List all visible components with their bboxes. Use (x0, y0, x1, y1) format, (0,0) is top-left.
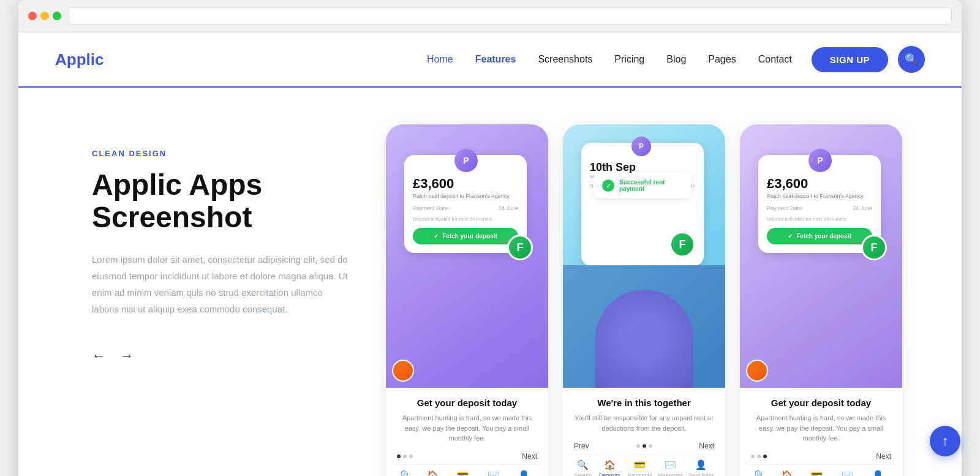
phone-nav-row-2: Prev Next (571, 442, 717, 450)
maximize-dot[interactable] (53, 12, 61, 20)
phone-card-1: P £3,600 Patch paid deposit to Franson's… (386, 124, 548, 476)
tab-label-deposits-2: Deposits (599, 472, 620, 476)
payment-card-1: P £3,600 Patch paid deposit to Franson's… (404, 155, 527, 253)
app-icon-1: P (454, 149, 478, 172)
dot-2-active (643, 444, 646, 448)
phone-screen-1: P £3,600 Patch paid deposit to Franson's… (386, 124, 548, 388)
dot-3-2 (757, 455, 761, 458)
address-bar[interactable] (69, 7, 952, 25)
prev-arrow-button[interactable]: ← (92, 348, 105, 364)
rentpass-tab-icon-2: 👤 (695, 459, 707, 470)
tab-messages-2[interactable]: ✉️ Messages (658, 459, 683, 476)
payment-amount-3: £3,600 (767, 176, 872, 192)
messages-tab-icon-3: ✉️ (842, 470, 853, 477)
next-link-3[interactable]: Next (876, 452, 891, 461)
search-tab-icon-2: 🔍 (577, 459, 589, 470)
tab-payments-2[interactable]: 💳 Payments (627, 459, 652, 476)
nav-screenshots[interactable]: Screenshots (538, 54, 592, 64)
search-button[interactable]: 🔍 (898, 46, 925, 73)
phone-card-3: P £3,600 Patch paid deposit to Franson's… (740, 124, 902, 476)
next-link-1[interactable]: Next (522, 452, 537, 461)
navbar: Applic Home Features Screenshots Pricing… (18, 32, 962, 88)
tab-search-2[interactable]: 🔍 Search (575, 459, 592, 476)
dot-3-active (763, 455, 767, 458)
tab-deposits-2[interactable]: 🏠 Deposits (597, 459, 622, 476)
fetch-deposit-btn-3[interactable]: ✓ Fetch your deposit (767, 228, 872, 244)
nav-home[interactable]: Home (427, 54, 453, 64)
phone-nav-row-3: Next (748, 452, 894, 461)
payment-sub-1: Patch paid deposit to Franson's Agency (413, 193, 518, 199)
phone-desc-2: You'll still be responsible for any unpa… (571, 413, 717, 433)
phone-tab-bar-1: 🔍 Search 🏠 Deposits 💳 Payments (394, 464, 540, 477)
search-tab-icon-3: 🔍 (754, 470, 766, 477)
payments-tab-icon-1: 💳 (457, 470, 469, 477)
nav-features[interactable]: Features (475, 54, 516, 64)
text-section: CLEAN DESIGN Applic Apps Screenshot Lore… (92, 124, 349, 364)
tab-rentpass-3[interactable]: 👤 Rent Pass (865, 470, 891, 477)
tab-messages-3[interactable]: ✉️ Messages (835, 470, 860, 477)
phone-screen-2: P 10th Sep Monthly rent to be paid to Fr… (563, 124, 725, 388)
minimize-dot[interactable] (40, 12, 49, 20)
rentpass-tab-icon-1: 👤 (518, 470, 530, 477)
date-large-2: 10th Sep (590, 161, 695, 174)
deposit-text-1: Deposit activated for next 24 months (413, 216, 518, 222)
deposits-tab-icon-3: 🏠 (781, 470, 793, 477)
section-label: CLEAN DESIGN (92, 149, 349, 158)
payment-sub-3: Patch paid deposit to Franson's Agency (767, 193, 872, 199)
phone-tab-bar-2: 🔍 Search 🏠 Deposits 💳 Payments (571, 454, 717, 476)
dot-1-2 (403, 455, 407, 458)
app-icon-3: P (809, 149, 832, 172)
next-arrow-button[interactable]: → (120, 348, 134, 364)
browser-window: Applic Home Features Screenshots Pricing… (18, 0, 962, 476)
payment-row-1: Payment Date 24 June (413, 205, 518, 211)
deposits-tab-icon-1: 🏠 (427, 470, 439, 477)
tab-label-payments-2: Payments (627, 472, 652, 476)
dot-2-3 (649, 444, 652, 448)
phone-title-2: We're in this together (571, 398, 717, 408)
nav-pages[interactable]: Pages (708, 54, 736, 64)
phone-bottom-3: Get your deposit today Apartment hunting… (740, 388, 902, 476)
nav-links: Home Features Screenshots Pricing Blog P… (427, 54, 792, 65)
payment-row-3: Payment Date 24 June (767, 205, 872, 211)
close-dot[interactable] (28, 12, 37, 20)
next-link-2[interactable]: Next (699, 442, 714, 450)
main-content: CLEAN DESIGN Applic Apps Screenshot Lore… (18, 88, 962, 476)
payment-card-3: P £3,600 Patch paid deposit to Franson's… (758, 155, 881, 253)
green-badge-2: F (669, 232, 695, 257)
nav-blog[interactable]: Blog (666, 54, 686, 64)
nav-arrows: ← → (92, 348, 349, 364)
phone-tab-bar-3: 🔍 Search 🏠 Deposits 💳 Payments (748, 464, 894, 477)
tab-deposits-3[interactable]: 🏠 Deposits (774, 470, 799, 477)
prev-link-2[interactable]: Prev (574, 442, 589, 450)
green-badge-1: F (507, 235, 533, 260)
tab-payments-1[interactable]: 💳 Payments (450, 470, 475, 477)
signup-button[interactable]: SIGN UP (812, 47, 888, 72)
fetch-deposit-btn-1[interactable]: ✓ Fetch your deposit (413, 228, 518, 244)
avatar-top-2: P (631, 137, 651, 156)
tab-rentpass-2[interactable]: 👤 Rent Pass (688, 459, 714, 476)
deposit-text-3: Deposit activated for next 24 months (767, 216, 872, 222)
check-icon-1: ✓ (434, 233, 439, 240)
pay-date-1: 24 June (499, 205, 518, 211)
nav-contact[interactable]: Contact (758, 54, 792, 64)
tab-search-3[interactable]: 🔍 Search (752, 470, 769, 477)
dot-1-3 (409, 455, 413, 458)
logo: Applic (55, 50, 104, 69)
messages-tab-icon-2: ✉️ (665, 459, 676, 470)
phone-bottom-1: Get your deposit today Apartment hunting… (386, 388, 548, 476)
fab-button[interactable]: ↑ (930, 426, 960, 456)
tab-rentpass-1[interactable]: 👤 Rent Pass (511, 470, 537, 477)
tab-messages-1[interactable]: ✉️ Messages (481, 470, 506, 477)
tab-payments-3[interactable]: 💳 Payments (804, 470, 829, 477)
phone-title-3: Get your deposit today (748, 398, 894, 408)
tab-search-1[interactable]: 🔍 Search (398, 470, 415, 477)
deposits-tab-icon-2: 🏠 (604, 459, 616, 470)
phone-screen-3: P £3,600 Patch paid deposit to Franson's… (740, 124, 902, 388)
nav-pricing[interactable]: Pricing (614, 54, 644, 64)
tab-deposits-1[interactable]: 🏠 Deposits (420, 470, 445, 477)
pay-date-3: 24 June (853, 205, 872, 211)
phone-card-2: P 10th Sep Monthly rent to be paid to Fr… (563, 124, 725, 476)
couple-silhouette (595, 290, 693, 388)
dot-1-active (397, 455, 401, 458)
couple-image (563, 265, 725, 388)
